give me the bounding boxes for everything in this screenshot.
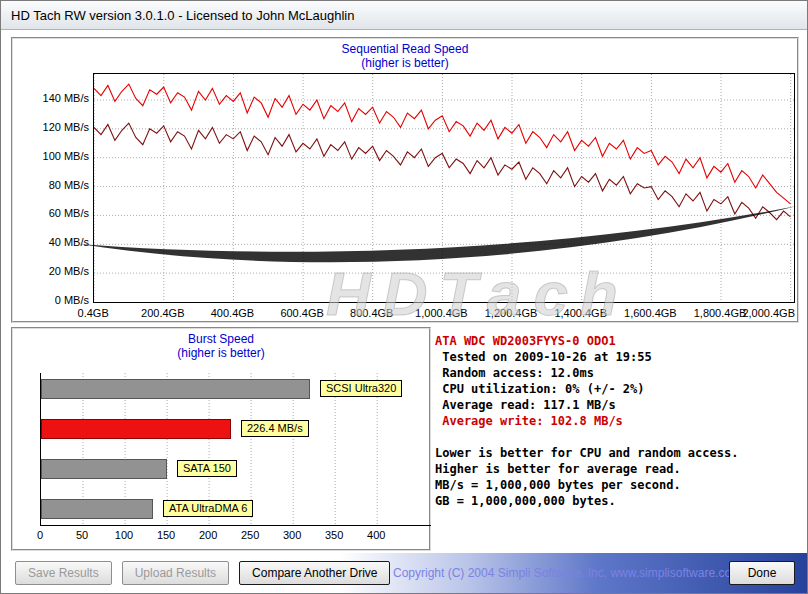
y-tick-label: 0 MB/s: [15, 294, 89, 306]
y-tick-label: 100 MB/s: [15, 150, 89, 162]
x-tick-label: 400.4GB: [192, 307, 272, 319]
x-tick-label: 200.4GB: [123, 307, 203, 319]
x-tick-label: 1,600.4GB: [610, 307, 690, 319]
y-tick-label: 140 MB/s: [15, 92, 89, 104]
drive-info-panel: ATA WDC WD2003FYYS-0 ODO1 Tested on 2009…: [435, 333, 801, 549]
info-line: Lower is better for CPU and random acces…: [435, 445, 801, 461]
y-tick-label: 20 MB/s: [15, 265, 89, 277]
burst-bar-0: [41, 379, 310, 399]
x-tick-label: 1,000.4GB: [401, 307, 481, 319]
y-tick-label: 40 MB/s: [15, 236, 89, 248]
burst-chart-subtitle: (higher is better): [13, 346, 429, 360]
window-title: HD Tach RW version 3.0.1.0 - Licensed to…: [11, 8, 354, 23]
title-bar[interactable]: HD Tach RW version 3.0.1.0 - Licensed to…: [1, 1, 807, 30]
burst-x-tick-label: 50: [67, 529, 97, 541]
compare-another-drive-button[interactable]: Compare Another Drive: [239, 561, 390, 585]
burst-bar-label: SATA 150: [177, 460, 237, 477]
burst-bar-3: [41, 499, 153, 519]
save-results-button[interactable]: Save Results: [15, 561, 112, 585]
info-line: [435, 429, 801, 445]
burst-x-tick-label: 0: [25, 529, 55, 541]
info-line: Tested on 2009-10-26 at 19:55: [435, 349, 801, 365]
read-chart-canvas: [94, 74, 794, 302]
copyright-text: Copyright (C) 2004 Simpli Software, Inc.…: [393, 566, 741, 580]
burst-x-tick-label: 200: [193, 529, 223, 541]
x-tick-label: 2,000.4GB: [725, 307, 795, 319]
burst-bar-label: SCSI Ultra320: [320, 380, 402, 397]
info-line: GB = 1,000,000,000 bytes.: [435, 493, 801, 509]
drive-info-lines: Tested on 2009-10-26 at 19:55 Random acc…: [435, 349, 801, 509]
burst-speed-chart-panel: Burst Speed (higher is better) SCSI Ultr…: [11, 327, 431, 551]
x-tick-label: 1,200.4GB: [471, 307, 551, 319]
drive-name: ATA WDC WD2003FYYS-0 ODO1: [435, 333, 801, 349]
info-line: Random access: 12.0ms: [435, 365, 801, 381]
burst-x-tick-label: 100: [109, 529, 139, 541]
burst-bar-2: [41, 459, 167, 479]
info-line: CPU utilization: 0% (+/- 2%): [435, 381, 801, 397]
read-chart-subtitle: (higher is better): [13, 56, 797, 70]
y-tick-label: 120 MB/s: [15, 121, 89, 133]
read-chart-plot: [93, 73, 795, 303]
info-line: MB/s = 1,000,000 bytes per second.: [435, 477, 801, 493]
y-tick-label: 60 MB/s: [15, 207, 89, 219]
burst-chart-title: Burst Speed: [13, 332, 429, 346]
burst-x-tick-label: 150: [151, 529, 181, 541]
info-line: Average write: 102.8 MB/s: [435, 413, 801, 429]
burst-x-tick-label: 300: [277, 529, 307, 541]
burst-x-tick-label: 350: [319, 529, 349, 541]
upload-results-button[interactable]: Upload Results: [122, 561, 229, 585]
info-line: Higher is better for average read.: [435, 461, 801, 477]
burst-chart-plot: SCSI Ultra320226.4 MB/sSATA 150ATA Ultra…: [40, 373, 431, 526]
burst-bar-1: [41, 419, 231, 439]
x-tick-label: 800.4GB: [332, 307, 412, 319]
burst-bar-label: ATA UltraDMA 6: [163, 500, 253, 517]
x-tick-label: 600.4GB: [262, 307, 342, 319]
footer-bar: Save Results Upload Results Compare Anot…: [1, 553, 807, 593]
y-tick-label: 80 MB/s: [15, 179, 89, 191]
hdtach-window: HD Tach RW version 3.0.1.0 - Licensed to…: [0, 0, 808, 594]
done-button[interactable]: Done: [729, 561, 795, 585]
info-line: Average read: 117.1 MB/s: [435, 397, 801, 413]
x-tick-label: 0.4GB: [53, 307, 133, 319]
sequential-read-chart-panel: Sequential Read Speed (higher is better)…: [11, 37, 799, 323]
burst-bar-label: 226.4 MB/s: [241, 420, 309, 437]
burst-x-tick-label: 400: [361, 529, 391, 541]
burst-x-tick-label: 250: [235, 529, 265, 541]
x-tick-label: 1,400.4GB: [541, 307, 621, 319]
read-chart-title: Sequential Read Speed: [13, 42, 797, 56]
